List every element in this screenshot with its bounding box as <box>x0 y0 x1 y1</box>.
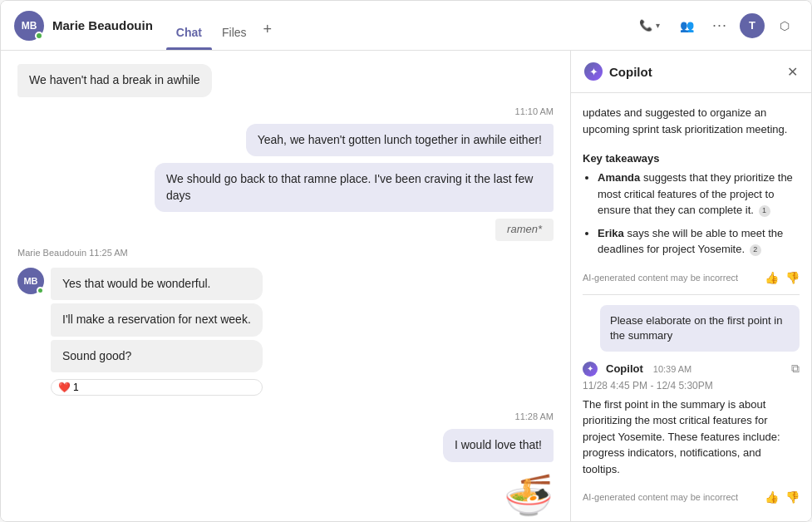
sender-info: Marie Beaudouin 11:25 AM <box>17 248 554 258</box>
header-initials: MB <box>22 20 37 32</box>
chat-messages: We haven't had a break in awhile 11:10 A… <box>1 51 570 521</box>
header-actions: 📞 ▾ 👥 ··· T ⬡ <box>632 12 798 39</box>
sender-name: Marie Beaudouin <box>17 248 86 258</box>
thumbs-up-icon2[interactable]: 👍 <box>765 490 779 504</box>
ai-feedback-text: AI-generated content may be incorrect <box>583 273 758 283</box>
thumbs-down-icon2[interactable]: 👎 <box>785 490 800 504</box>
online-status-dot <box>35 32 43 40</box>
add-tab-button[interactable]: + <box>257 21 279 50</box>
chat-message-text: Sound good? <box>62 349 131 362</box>
timestamp-group: 11:10 AM <box>17 104 554 117</box>
chat-message-text: Yeah, we haven't gotten lunch together i… <box>258 133 542 146</box>
tab-files[interactable]: Files <box>212 27 257 50</box>
message-group-outgoing: Yeah, we haven't gotten lunch together i… <box>17 124 554 157</box>
popout-icon: ⬡ <box>780 19 790 32</box>
key-takeaways-heading: Key takeaways <box>583 152 800 165</box>
chat-message-text: We should go back to that ramne place. I… <box>166 172 533 202</box>
teams-icon-btn[interactable]: T <box>740 13 765 38</box>
reaction-emoji: ❤️ <box>58 382 71 393</box>
copilot-response-header: ✦ Copilot 10:39 AM ⧉ <box>583 362 800 377</box>
copilot-response-text: The first point in the summary is about … <box>583 396 800 478</box>
popout-button[interactable]: ⬡ <box>771 12 798 39</box>
chat-message-text: I'll make a reservation for next week. <box>62 313 251 326</box>
copilot-title: Copilot <box>609 65 787 79</box>
copilot-close-button[interactable]: ✕ <box>787 64 798 80</box>
thumbs-down-icon[interactable]: 👎 <box>785 271 800 284</box>
header-avatar: MB <box>14 11 44 41</box>
chat-message-text: I would love that! <box>455 438 542 451</box>
divider <box>583 294 800 295</box>
ref-num-1: 1 <box>759 205 770 217</box>
reaction-badge[interactable]: ❤️ 1 <box>51 379 263 396</box>
message-with-avatar: MB Yes that would be wonderful. I'll mak… <box>17 268 554 396</box>
chat-bubble-outgoing2: We should go back to that ramne place. I… <box>155 163 554 212</box>
copilot-response-time: 10:39 AM <box>653 364 691 374</box>
copilot-panel: ✦ Copilot ✕ updates and suggested to org… <box>570 51 811 521</box>
people-button[interactable]: 👥 <box>673 12 700 39</box>
copilot-response-block: ✦ Copilot 10:39 AM ⧉ 11/28 4:45 PM - 12/… <box>583 362 800 478</box>
chat-message-text: Yes that would be wonderful. <box>62 277 211 290</box>
emoji-ramen: 🍜 <box>17 472 554 519</box>
reaction-count: 1 <box>73 382 79 393</box>
chat-correction-bubble: ramen* <box>495 219 554 240</box>
copilot-date-range: 11/28 4:45 PM - 12/4 5:30PM <box>583 380 800 392</box>
message-group: We haven't had a break in awhile <box>17 64 554 97</box>
call-icon: 📞 <box>639 19 652 32</box>
sender-timestamp: 11:25 AM <box>89 248 127 258</box>
takeaway-person-2: Erika <box>598 227 624 239</box>
copilot-user-bubble: Please elaborate on the first point in t… <box>600 305 800 352</box>
call-button[interactable]: 📞 ▾ <box>632 14 667 37</box>
tab-chat[interactable]: Chat <box>166 27 212 50</box>
takeaway-item-2: Erika says she will be able to meet the … <box>598 225 800 258</box>
chat-bubble-line3: Sound good? <box>51 340 263 373</box>
chat-bubble-love: I would love that! <box>443 429 554 462</box>
teams-icon: T <box>749 19 755 32</box>
more-icon: ··· <box>712 17 727 34</box>
more-button[interactable]: ··· <box>706 12 733 39</box>
user-bubble-wrapper: Please elaborate on the first point in t… <box>583 305 800 352</box>
chat-area: We haven't had a break in awhile 11:10 A… <box>1 51 570 521</box>
message-group-outgoing2: We should go back to that ramne place. I… <box>17 163 554 212</box>
chat-message-text: We haven't had a break in awhile <box>29 73 200 86</box>
copilot-response-icon: ✦ <box>583 362 598 377</box>
msg-content: Yes that would be wonderful. I'll make a… <box>51 268 263 396</box>
timestamp: 11:10 AM <box>515 106 554 116</box>
copilot-key-takeaways: Key takeaways Amanda suggests that they … <box>583 152 800 258</box>
correction-group: ramen* <box>17 219 554 240</box>
correction-text: ramen* <box>507 223 542 235</box>
copilot-icon-symbol: ✦ <box>589 66 598 78</box>
msg-online-dot <box>37 287 44 294</box>
copy-icon[interactable]: ⧉ <box>791 362 800 376</box>
people-icon: 👥 <box>680 19 694 32</box>
header-username: Marie Beaudouin <box>52 18 153 32</box>
ai-feedback-text2: AI-generated content may be incorrect <box>583 492 758 502</box>
msg-avatar-initials: MB <box>23 276 37 286</box>
ai-feedback-row: AI-generated content may be incorrect 👍 … <box>583 271 800 284</box>
takeaway-person-1: Amanda <box>598 171 640 184</box>
main-content: We haven't had a break in awhile 11:10 A… <box>1 51 811 521</box>
copilot-body: updates and suggested to organize an upc… <box>571 93 811 521</box>
copilot-header: ✦ Copilot ✕ <box>571 51 811 93</box>
chat-bubble-incoming: We haven't had a break in awhile <box>17 64 212 97</box>
takeaways-list: Amanda suggests that they prioritize the… <box>583 170 800 258</box>
header: MB Marie Beaudouin Chat Files + 📞 ▾ 👥 ··… <box>1 1 811 51</box>
timestamp2: 11:28 AM <box>515 411 554 421</box>
takeaway-item-1: Amanda suggests that they prioritize the… <box>598 170 800 219</box>
thumbs-up-icon[interactable]: 👍 <box>765 271 779 284</box>
copilot-response-name: Copilot <box>606 362 643 375</box>
ai-feedback-row2: AI-generated content may be incorrect 👍 … <box>583 490 800 504</box>
copilot-icon: ✦ <box>584 62 603 81</box>
header-tabs: Chat Files + <box>166 1 278 50</box>
message-group-love: I would love that! <box>17 429 554 462</box>
chat-bubble-outgoing: Yeah, we haven't gotten lunch together i… <box>246 124 554 157</box>
chat-bubble-line1: Yes that would be wonderful. <box>51 268 263 301</box>
timestamp-group2: 11:28 AM <box>17 409 554 422</box>
app-container: MB Marie Beaudouin Chat Files + 📞 ▾ 👥 ··… <box>0 0 812 522</box>
ref-num-2: 2 <box>750 244 761 256</box>
copilot-summary-text: updates and suggested to organize an upc… <box>583 105 800 137</box>
chat-bubble-line2: I'll make a reservation for next week. <box>51 303 263 337</box>
call-chevron-icon: ▾ <box>656 21 660 30</box>
msg-avatar: MB <box>17 268 44 294</box>
